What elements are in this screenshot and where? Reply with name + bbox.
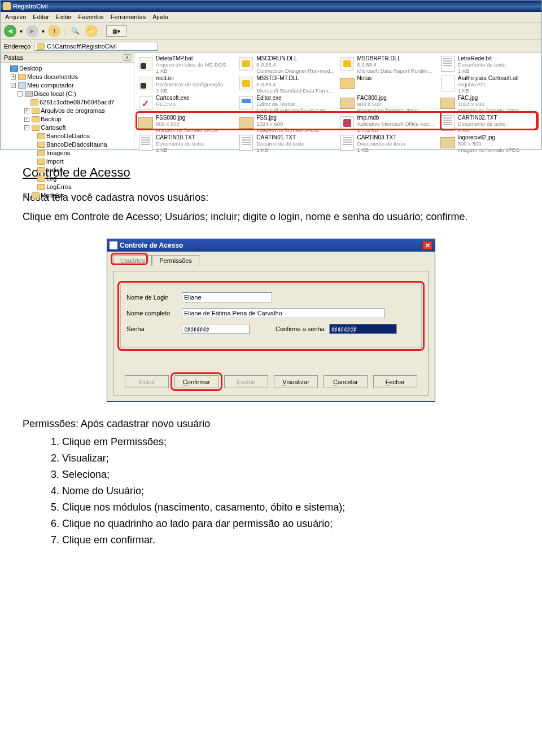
input-nome[interactable] bbox=[182, 308, 385, 318]
input-login[interactable] bbox=[182, 292, 272, 302]
jpg-icon bbox=[138, 117, 153, 129]
window-title: RegistroCivil bbox=[13, 3, 48, 10]
tree-item[interactable]: BancoDeDadosItauna bbox=[3, 140, 132, 149]
txt-icon bbox=[340, 135, 354, 151]
fechar-button[interactable]: Fechar bbox=[373, 375, 417, 388]
menu-editar[interactable]: Editar bbox=[33, 14, 49, 20]
step-item: Visualizar; bbox=[62, 451, 519, 466]
explorer-window: RegistroCivil Arquivo Editar Exibir Favo… bbox=[0, 0, 542, 150]
jpg-icon bbox=[440, 137, 455, 148]
label-nome: Nome completo bbox=[126, 310, 177, 317]
tab-usuarios[interactable]: Usuários bbox=[113, 255, 152, 266]
user-form-group: Nome de Login Nome completo Senha Confir… bbox=[120, 284, 422, 348]
visualizar-button[interactable]: Visualizar bbox=[274, 375, 318, 388]
file-item[interactable]: logorecivil2.jpg800 x 500Imagem no forma… bbox=[440, 134, 538, 153]
tree-item[interactable]: -Meu computador bbox=[3, 81, 132, 90]
step-item: Clique em Permissões; bbox=[62, 434, 519, 450]
exe2-icon bbox=[239, 96, 253, 110]
menu-favoritos[interactable]: Favoritos bbox=[78, 14, 104, 20]
input-confirm-senha[interactable]: @@@@ bbox=[329, 324, 397, 334]
menu-exibir[interactable]: Exibir bbox=[56, 14, 72, 20]
dll-icon bbox=[239, 77, 253, 90]
step-item: Nome do Usuário; bbox=[62, 484, 519, 499]
file-item[interactable]: Atalho para Cartosoft.atlArquivo ATL1 KB bbox=[440, 75, 538, 94]
file-item[interactable]: CARTIN10.TXTDocumento de texto1 KB bbox=[138, 134, 236, 153]
file-item[interactable]: CARTIN02.TXTDocumento de texto2 KB bbox=[440, 115, 538, 133]
back-button[interactable]: ◄ bbox=[4, 25, 16, 37]
file-item[interactable]: CARTIN03.TXTDocumento de texto1 KB bbox=[339, 134, 438, 153]
tree-item[interactable]: import bbox=[3, 157, 132, 166]
tab-permissoes[interactable]: Permissões bbox=[152, 255, 199, 266]
tree-item[interactable]: Imagens bbox=[3, 149, 132, 157]
input-senha[interactable] bbox=[182, 324, 250, 334]
tree-item[interactable]: +Backup bbox=[3, 115, 132, 124]
close-pane-button[interactable]: × bbox=[124, 54, 130, 61]
step-item: Clique em confirmar. bbox=[62, 533, 519, 548]
folder-icon bbox=[340, 78, 355, 89]
tab-panel: Nome de Login Nome completo Senha Confir… bbox=[113, 271, 429, 395]
tree-item[interactable]: 6261c1cdbe097b6045acd7 bbox=[3, 98, 132, 107]
jpg-icon bbox=[440, 98, 455, 109]
confirmar-button[interactable]: Confirmar bbox=[174, 375, 218, 388]
folders-pane: Pastas × Desktop+Meus documentos-Meu com… bbox=[1, 53, 134, 149]
txt-icon bbox=[441, 56, 454, 72]
folder-icon bbox=[3, 2, 11, 10]
file-item[interactable]: mcd.iniParâmetros de configuração1 KB bbox=[138, 75, 236, 94]
file-item[interactable]: tmp.mdbAplicativo Microsoft Office Acc..… bbox=[339, 115, 438, 133]
file-item[interactable]: Editor.exeEditor de TextosCartosoft Auto… bbox=[238, 95, 336, 113]
cancelar-button[interactable]: Cancelar bbox=[324, 375, 368, 388]
bat-icon bbox=[139, 77, 152, 90]
dialog-button-bar: IIncluirncluir Confirmar Excluir Visuali… bbox=[118, 371, 424, 390]
explorer-titlebar: RegistroCivil bbox=[1, 1, 541, 12]
tree-item[interactable]: Desktop bbox=[3, 64, 132, 73]
tree-item[interactable]: Log bbox=[3, 174, 132, 183]
file-item[interactable]: Notas bbox=[339, 75, 438, 94]
files-pane[interactable]: DeletaTMP.batArquivo em lotes do MS-DOS1… bbox=[134, 53, 541, 149]
jpg-icon bbox=[340, 98, 355, 109]
dialog-close-button[interactable]: ✕ bbox=[422, 241, 432, 250]
file-item[interactable]: CARTIN01.TXTDocumento de texto1 KB bbox=[238, 134, 336, 153]
folder-tree[interactable]: Desktop+Meus documentos-Meu computador-D… bbox=[1, 63, 134, 201]
folders-button[interactable]: 📁 bbox=[85, 25, 98, 37]
file-item[interactable]: MSDBRPTR.DLL6.0.88.4Microsoft Data Repor… bbox=[339, 55, 438, 74]
txt-icon bbox=[441, 115, 454, 131]
tree-item[interactable]: -Cartosoft bbox=[3, 124, 132, 132]
access-control-dialog: ✱ Controle de Acesso ✕ Usuários Permissõ… bbox=[107, 239, 435, 402]
menu-ajuda[interactable]: Ajuda bbox=[152, 14, 168, 20]
tree-item[interactable]: Indice bbox=[3, 166, 132, 174]
file-item[interactable]: FSS800.jpg800 x 500Imagem no formato JPE… bbox=[138, 115, 236, 133]
tree-item[interactable]: -Disco local (C:) bbox=[3, 90, 132, 98]
step-item: Clique nos módulos (nascimento, casament… bbox=[62, 500, 519, 515]
tree-item[interactable]: +Arquivos de programas bbox=[3, 107, 132, 115]
file-item[interactable]: LetraRede.txtDocumento de texto1 KB bbox=[440, 55, 538, 74]
file-item[interactable]: MSCDRUN.DLL6.0.88.4Connection Designer R… bbox=[238, 55, 336, 74]
file-item[interactable]: MSSTDFMT.DLL6.0.88.4Microsoft Standard D… bbox=[238, 75, 336, 94]
mdb-icon bbox=[340, 116, 354, 130]
document-body: Controle de Acesso Nesta tela você cadas… bbox=[0, 150, 542, 555]
tree-item[interactable]: BancoDeDados bbox=[3, 132, 132, 140]
pastas-label: Pastas bbox=[4, 54, 23, 61]
file-item[interactable]: FSS.jpg1024 x 680Imagem no formato JPEG bbox=[238, 115, 336, 133]
menu-arquivo[interactable]: Arquivo bbox=[5, 14, 26, 20]
dialog-titlebar: ✱ Controle de Acesso ✕ bbox=[107, 239, 435, 252]
dialog-title: Controle de Acesso bbox=[120, 241, 183, 249]
address-value: C:\Cartosoft\RegistroCivil bbox=[47, 43, 116, 50]
search-button[interactable]: 🔍 bbox=[69, 25, 82, 37]
txt-icon bbox=[239, 135, 253, 151]
addressbar: Endereço C:\Cartosoft\RegistroCivil bbox=[1, 40, 541, 53]
file-item[interactable]: DeletaTMP.batArquivo em lotes do MS-DOS1… bbox=[138, 55, 236, 74]
up-button[interactable]: ↑ bbox=[48, 25, 60, 37]
jpg-icon bbox=[239, 117, 253, 129]
txt-icon bbox=[139, 135, 152, 151]
tree-item[interactable]: +Modelos bbox=[3, 191, 132, 200]
tree-item[interactable]: +Meus documentos bbox=[3, 73, 132, 81]
tree-item[interactable]: LogErros bbox=[3, 183, 132, 191]
menu-ferramentas[interactable]: Ferramentas bbox=[111, 14, 146, 20]
file-item[interactable]: FAC800.jpg800 x 500Imagem no formato JPE… bbox=[339, 95, 438, 113]
dll-icon bbox=[239, 57, 253, 71]
views-button[interactable]: ▦▾ bbox=[106, 25, 126, 37]
dialog-icon: ✱ bbox=[110, 241, 117, 249]
address-input[interactable]: C:\Cartosoft\RegistroCivil bbox=[34, 42, 158, 51]
file-item[interactable]: FAC.jpg1024 x 680Imagem no formato JPEG bbox=[440, 95, 538, 113]
file-item[interactable]: Cartosoft.exeRECIVIL bbox=[138, 95, 236, 113]
